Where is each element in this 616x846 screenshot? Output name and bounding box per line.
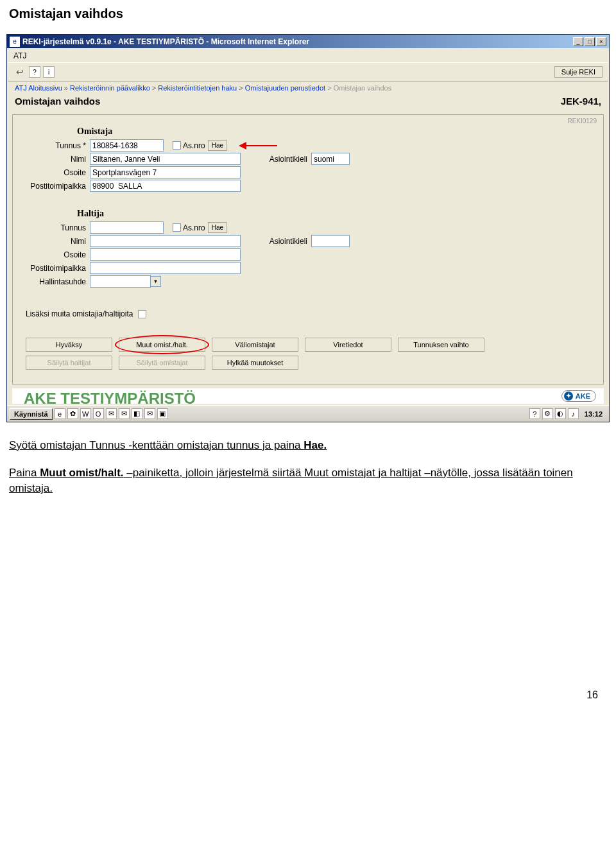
omistaja-nimi-field[interactable] [90, 153, 241, 165]
label-h-posti: Postitoimipaikka [19, 264, 90, 273]
breadcrumb: ATJ Aloitussivu » Rekisteröinnin päävali… [8, 82, 608, 94]
label-nimi: Nimi [19, 155, 90, 164]
sailyta-omistajat-button: Säilytä omistajat [119, 356, 205, 370]
label-asnro: As.nro [183, 141, 205, 150]
hallintasuhde-field[interactable] [90, 275, 151, 288]
label-lisaksi: Lisäksi muita omistajia/haltijoita [26, 309, 133, 318]
maximize-button[interactable]: □ [585, 37, 595, 46]
viretiedot-button[interactable]: Viretiedot [305, 338, 391, 352]
tray-icon-2[interactable]: ⚙ [542, 408, 553, 419]
taskbar-app-icon[interactable]: ✿ [67, 408, 78, 419]
label-osoite: Osoite [19, 168, 90, 177]
label-tunnus: Tunnus * [19, 141, 90, 150]
taskbar-misc-icon[interactable]: ▣ [157, 408, 168, 419]
label-h-kieli: Asiointikieli [253, 237, 311, 246]
tray-icon-1[interactable]: ? [529, 408, 540, 419]
panel-code: REKI0129 [567, 117, 597, 125]
label-h-osoite: Osoite [19, 250, 90, 259]
taskbar-note-icon[interactable]: ◧ [132, 408, 142, 419]
label-h-nimi: Nimi [19, 237, 90, 246]
haltija-asnro-checkbox[interactable] [173, 223, 181, 232]
haltija-nimi-field[interactable] [90, 235, 241, 247]
breadcrumb-seg2[interactable]: Rekisteröinnin päävalikko [70, 84, 150, 92]
lisaksi-checkbox[interactable] [138, 310, 146, 318]
haltija-hae-button[interactable]: Hae [208, 222, 227, 233]
omistaja-osoite-field[interactable] [90, 166, 241, 178]
annotation-oval: Muut omist./halt. [119, 338, 205, 352]
minimize-button[interactable]: _ [573, 37, 583, 46]
haltija-posti-field[interactable] [90, 262, 241, 274]
tunnuksen-vaihto-button[interactable]: Tunnuksen vaihto [398, 338, 484, 352]
sailyta-haltijat-button: Säilytä haltijat [26, 356, 112, 370]
toolbar: ↩ ? i Sulje REKI [8, 62, 608, 82]
taskbar-clock: 13:12 [581, 410, 606, 418]
instruction-text: Syötä omistajan Tunnus -kenttään omistaj… [9, 438, 607, 497]
hyvaksy-button[interactable]: Hyväksy [26, 338, 112, 352]
browser-window: e REKI-järjestelmä v0.9.1e - AKE TESTIYM… [6, 34, 610, 422]
section-haltija: Haltija [77, 209, 597, 219]
label-hallinta: Hallintasuhde [19, 277, 90, 286]
document-heading: Omistajan vaihdos [9, 6, 610, 21]
taskbar-word-icon[interactable]: W [80, 408, 91, 419]
hallintasuhde-dropdown-icon[interactable]: ▼ [151, 276, 161, 287]
hylkaa-muutokset-button[interactable]: Hylkää muutokset [212, 356, 298, 370]
valiomistajat-button[interactable]: Väliomistajat [212, 338, 298, 352]
menubar-atj[interactable]: ATJ [8, 49, 608, 62]
haltija-tunnus-field[interactable] [90, 221, 164, 234]
label-h-tunnus: Tunnus [19, 223, 90, 232]
back-icon[interactable]: ↩ [13, 65, 26, 78]
sulje-reki-button[interactable]: Sulje REKI [554, 66, 603, 78]
ake-logo-icon: ✦ [564, 392, 573, 401]
label-kieli: Asiointikieli [253, 155, 311, 164]
omistaja-tunnus-field[interactable] [90, 139, 164, 151]
haltija-kieli-field[interactable] [311, 235, 350, 247]
license-plate: JEK-941, [561, 96, 601, 107]
taskbar-mail2-icon[interactable]: ✉ [119, 408, 130, 419]
taskbar-mail-icon[interactable]: ✉ [106, 408, 117, 419]
taskbar: Käynnistä e ✿ W O ✉ ✉ ◧ ✉ ▣ ? ⚙ ◐ ♪ 13:1… [7, 405, 609, 422]
tray-icon-3[interactable]: ◐ [555, 408, 566, 419]
window-titlebar: e REKI-järjestelmä v0.9.1e - AKE TESTIYM… [7, 35, 609, 48]
tray-icon-4[interactable]: ♪ [568, 408, 579, 419]
breadcrumb-seg4[interactable]: Omistajuuden perustiedot [245, 84, 325, 92]
close-button[interactable]: × [596, 37, 606, 46]
haltija-osoite-field[interactable] [90, 248, 241, 261]
breadcrumb-seg1[interactable]: ATJ Aloitussivu [15, 84, 62, 92]
breadcrumb-seg3[interactable]: Rekisteröintitietojen haku [158, 84, 237, 92]
help-icon[interactable]: ? [29, 66, 40, 78]
page-title: Omistajan vaihdos [15, 96, 100, 107]
info-icon[interactable]: i [43, 66, 55, 78]
ake-logo: ✦ AKE [561, 390, 596, 402]
start-button[interactable]: Käynnistä [10, 408, 53, 420]
breadcrumb-seg5: Omistajan vaihdos [334, 84, 392, 92]
taskbar-mail3-icon[interactable]: ✉ [144, 408, 155, 419]
annotation-arrow-icon [239, 142, 277, 150]
window-title: REKI-järjestelmä v0.9.1e - AKE TESTIYMPÄ… [22, 37, 573, 46]
omistaja-hae-button[interactable]: Hae [208, 140, 227, 151]
taskbar-outlook-icon[interactable]: O [93, 408, 104, 419]
label-h-asnro: As.nro [183, 223, 205, 232]
omistaja-asnro-checkbox[interactable] [173, 141, 181, 150]
label-posti: Postitoimipaikka [19, 182, 90, 191]
page-number: 16 [6, 689, 598, 701]
taskbar-ie-icon[interactable]: e [55, 408, 65, 419]
form-panel: REKI0129 Omistaja Tunnus * As.nro Hae Ni… [12, 114, 604, 384]
muut-omist-halt-button[interactable]: Muut omist./halt. [119, 338, 205, 352]
section-omistaja: Omistaja [77, 126, 597, 137]
watermark-text: AKE TESTIYMPÄRISTÖ [12, 388, 604, 404]
omistaja-posti-field[interactable] [90, 180, 241, 192]
omistaja-kieli-field[interactable] [311, 153, 350, 165]
ie-icon: e [10, 37, 20, 47]
